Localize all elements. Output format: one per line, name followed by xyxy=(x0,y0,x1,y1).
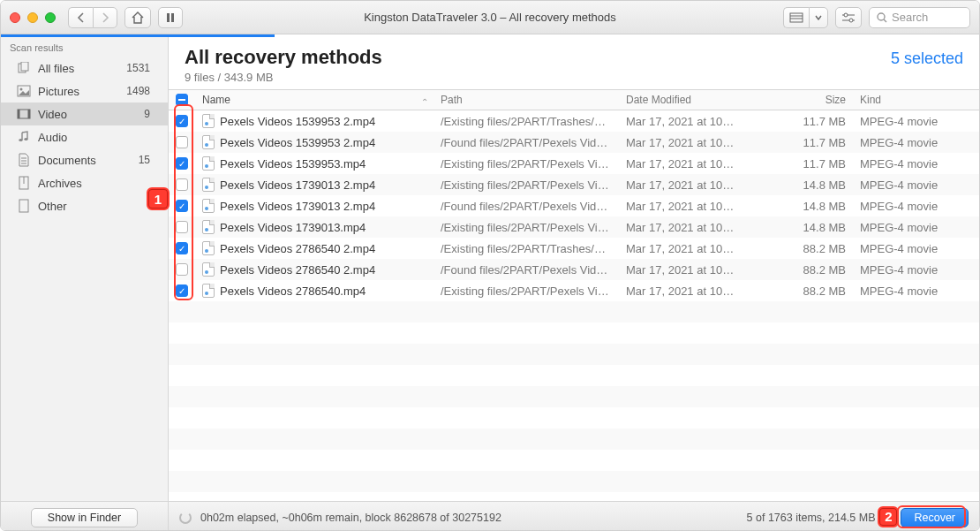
table-row[interactable]: Pexels Videos 1739013.mp4/Existing files… xyxy=(169,216,979,238)
search-input[interactable]: Search xyxy=(869,7,970,28)
file-path: /Existing files/2PART/Pexels Vid… xyxy=(433,284,619,298)
sidebar-item-label: Video xyxy=(38,108,67,121)
sidebar-item-archives[interactable]: Archives xyxy=(1,171,168,194)
home-button[interactable] xyxy=(124,7,151,28)
annotation-badge-1: 1 xyxy=(147,187,170,210)
file-name: Pexels Videos 1539953 2.mp4 xyxy=(220,115,375,128)
svg-line-10 xyxy=(884,19,886,22)
file-kind: MPEG-4 movie xyxy=(853,284,979,298)
col-kind[interactable]: Kind xyxy=(853,94,979,106)
file-date: Mar 17, 2021 at 10:… xyxy=(619,284,743,298)
table-row[interactable]: ✓Pexels Videos 2786540 2.mp4/Existing fi… xyxy=(169,238,979,259)
sidebar-item-pictures[interactable]: Pictures1498 xyxy=(1,80,168,102)
file-date: Mar 17, 2021 at 10:… xyxy=(619,200,743,213)
file-date: Mar 17, 2021 at 10:… xyxy=(619,115,743,128)
table-row-empty xyxy=(169,429,979,450)
nav-back-button[interactable] xyxy=(68,7,93,28)
svg-point-6 xyxy=(844,13,848,17)
sidebar-item-count: 1498 xyxy=(126,85,159,97)
table-row-empty xyxy=(169,344,979,365)
sidebar-item-label: Other xyxy=(38,200,67,213)
table-row-empty xyxy=(169,301,979,322)
table-row-empty xyxy=(169,365,979,386)
row-checkbox[interactable]: ✓ xyxy=(176,242,188,254)
sidebar-item-audio[interactable]: Audio xyxy=(1,125,168,148)
file-kind: MPEG-4 movie xyxy=(853,200,979,213)
table-row[interactable]: ✓Pexels Videos 2786540.mp4/Existing file… xyxy=(169,280,979,301)
scan-progress-text: 0h02m elapsed, ~0h06m remain, block 8628… xyxy=(200,512,501,524)
col-name[interactable]: Name ⌃ xyxy=(195,94,433,106)
recover-button[interactable]: Recover xyxy=(901,508,969,527)
row-checkbox[interactable]: ✓ xyxy=(176,115,188,127)
sidebar-item-count: 9 xyxy=(144,108,159,120)
sidebar-item-documents[interactable]: Documents15 xyxy=(1,148,168,171)
files-icon xyxy=(17,61,31,75)
file-date: Mar 17, 2021 at 10:… xyxy=(619,157,743,171)
file-date: Mar 17, 2021 at 10:… xyxy=(619,263,743,277)
row-checkbox[interactable]: ✓ xyxy=(176,200,188,212)
pause-scan-button[interactable] xyxy=(158,7,183,28)
sidebar-item-all-files[interactable]: All files1531 xyxy=(1,57,168,80)
row-checkbox[interactable] xyxy=(176,178,188,191)
table-row[interactable]: ✓Pexels Videos 1539953 2.mp4/Existing fi… xyxy=(169,110,979,132)
file-icon xyxy=(202,284,215,298)
col-date[interactable]: Date Modified xyxy=(619,94,743,106)
file-size: 11.7 MB xyxy=(743,136,853,149)
file-path: /Found files/2PART/Pexels Vide… xyxy=(433,263,619,277)
file-kind: MPEG-4 movie xyxy=(853,157,979,171)
zoom-window-icon[interactable] xyxy=(45,12,56,23)
search-placeholder: Search xyxy=(892,11,928,24)
file-path: /Existing files/2PART/Pexels Vid… xyxy=(433,178,619,192)
file-path: /Found files/2PART/Pexels Vide… xyxy=(433,200,619,213)
selection-count[interactable]: 5 selected xyxy=(891,49,963,68)
row-checkbox[interactable]: ✓ xyxy=(176,284,188,297)
window-controls xyxy=(10,12,56,23)
sidebar-item-label: All files xyxy=(38,62,74,75)
table-row[interactable]: ✓Pexels Videos 1739013 2.mp4/Found files… xyxy=(169,195,979,216)
close-window-icon[interactable] xyxy=(10,12,20,23)
col-path[interactable]: Path xyxy=(433,94,619,106)
col-size[interactable]: Size xyxy=(743,94,853,106)
sidebar-item-count: 15 xyxy=(139,154,159,166)
settings-button[interactable] xyxy=(835,7,862,28)
sidebar: Scan results All files1531Pictures1498Vi… xyxy=(1,37,169,501)
svg-rect-17 xyxy=(28,110,31,118)
sidebar-item-other[interactable]: Other xyxy=(1,194,168,217)
svg-rect-12 xyxy=(21,62,28,71)
file-size: 14.8 MB xyxy=(743,221,853,234)
other-icon xyxy=(17,199,31,213)
svg-point-18 xyxy=(19,139,22,141)
table-row[interactable]: Pexels Videos 1739013 2.mp4/Existing fil… xyxy=(169,174,979,195)
table-row[interactable]: Pexels Videos 1539953 2.mp4/Found files/… xyxy=(169,132,979,153)
sidebar-item-label: Audio xyxy=(38,131,67,144)
row-checkbox[interactable] xyxy=(176,136,188,148)
file-name: Pexels Videos 1539953 2.mp4 xyxy=(220,136,375,149)
table-row[interactable]: ✓Pexels Videos 1539953.mp4/Existing file… xyxy=(169,153,979,174)
file-size: 11.7 MB xyxy=(743,157,853,171)
file-name: Pexels Videos 1739013 2.mp4 xyxy=(220,178,375,192)
nav-back-forward xyxy=(68,7,117,28)
minimize-window-icon[interactable] xyxy=(27,12,38,23)
file-icon xyxy=(202,156,215,171)
table-row-empty xyxy=(169,322,979,344)
view-mode-button[interactable] xyxy=(783,7,809,28)
file-date: Mar 17, 2021 at 10:… xyxy=(619,178,743,192)
nav-forward-button[interactable] xyxy=(93,7,117,28)
file-size: 14.8 MB xyxy=(743,178,853,192)
content: All recovery methods 9 files / 343.9 MB … xyxy=(169,37,979,501)
row-checkbox[interactable] xyxy=(176,221,188,233)
file-path: /Existing files/2PART/Trashes/5… xyxy=(433,242,619,255)
show-in-finder-button[interactable]: Show in Finder xyxy=(31,508,138,527)
table-row[interactable]: Pexels Videos 2786540 2.mp4/Found files/… xyxy=(169,259,979,280)
titlebar: Kingston DataTraveler 3.0 – All recovery… xyxy=(1,1,979,34)
svg-rect-0 xyxy=(167,13,170,22)
view-mode-dropdown[interactable] xyxy=(809,7,828,28)
file-size: 11.7 MB xyxy=(743,115,853,128)
svg-rect-16 xyxy=(18,110,20,118)
row-checkbox[interactable] xyxy=(176,263,188,276)
sidebar-item-video[interactable]: Video9 xyxy=(1,102,168,125)
select-all-checkbox[interactable] xyxy=(176,94,188,106)
table-row-empty xyxy=(169,386,979,407)
row-checkbox[interactable]: ✓ xyxy=(176,157,188,170)
video-icon xyxy=(17,107,31,121)
